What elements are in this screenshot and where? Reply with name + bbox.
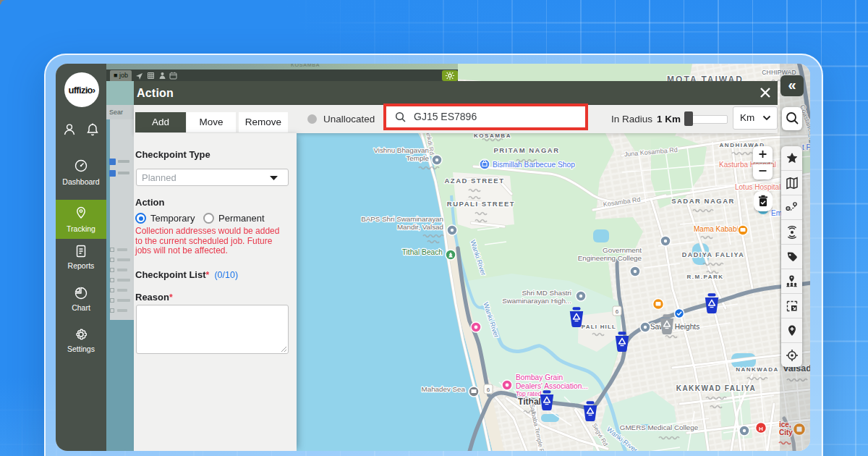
svg-text:Top rated: Top rated xyxy=(516,390,542,397)
svg-text:Bismillah Barbecue Shop: Bismillah Barbecue Shop xyxy=(493,161,575,169)
svg-text:RUPALI STREET: RUPALI STREET xyxy=(447,200,515,208)
svg-text:SADAR NAGAR: SADAR NAGAR xyxy=(671,197,735,205)
svg-text:Government: Government xyxy=(603,246,642,254)
svg-text:H: H xyxy=(759,426,763,432)
svg-text:6: 6 xyxy=(487,387,490,393)
svg-text:BAPS Shri Swaminarayan: BAPS Shri Swaminarayan xyxy=(361,215,443,223)
svg-text:Vishnu Bhagavan: Vishnu Bhagavan xyxy=(373,146,429,154)
svg-text:DADIYA FALIYA: DADIYA FALIYA xyxy=(682,251,745,258)
svg-text:Temple: Temple xyxy=(406,154,429,162)
svg-text:Mahadev Sea: Mahadev Sea xyxy=(422,385,466,393)
svg-text:Dealers' Association...: Dealers' Association... xyxy=(516,382,588,390)
svg-text:Swaminarayan High...: Swaminarayan High... xyxy=(502,297,571,305)
svg-text:Sawan Heights: Sawan Heights xyxy=(650,323,700,331)
svg-text:Mandir, Valsad: Mandir, Valsad xyxy=(397,223,443,231)
svg-text:PALI HILL: PALI HILL xyxy=(582,324,616,330)
svg-text:Bombay Grain: Bombay Grain xyxy=(516,373,563,381)
svg-text:6: 6 xyxy=(616,308,619,315)
svg-text:KAKKWAD FALIYA: KAKKWAD FALIYA xyxy=(676,384,757,392)
svg-text:GMERS Medical College: GMERS Medical College xyxy=(620,423,699,431)
svg-text:KOSAMBA: KOSAMBA xyxy=(474,132,511,139)
svg-text:Shri MD Shastri: Shri MD Shastri xyxy=(522,289,571,297)
svg-text:Engineering College: Engineering College xyxy=(578,254,642,262)
svg-text:Tithal Beach: Tithal Beach xyxy=(402,248,443,256)
svg-text:Mama Kababis: Mama Kababis xyxy=(694,225,742,233)
svg-text:NANKWADA: NANKWADA xyxy=(736,366,779,373)
svg-text:PRITAM NAGAR: PRITAM NAGAR xyxy=(493,146,559,154)
svg-text:AZAD STREET: AZAD STREET xyxy=(445,177,505,185)
svg-text:R.M.PARK: R.M.PARK xyxy=(687,274,724,280)
